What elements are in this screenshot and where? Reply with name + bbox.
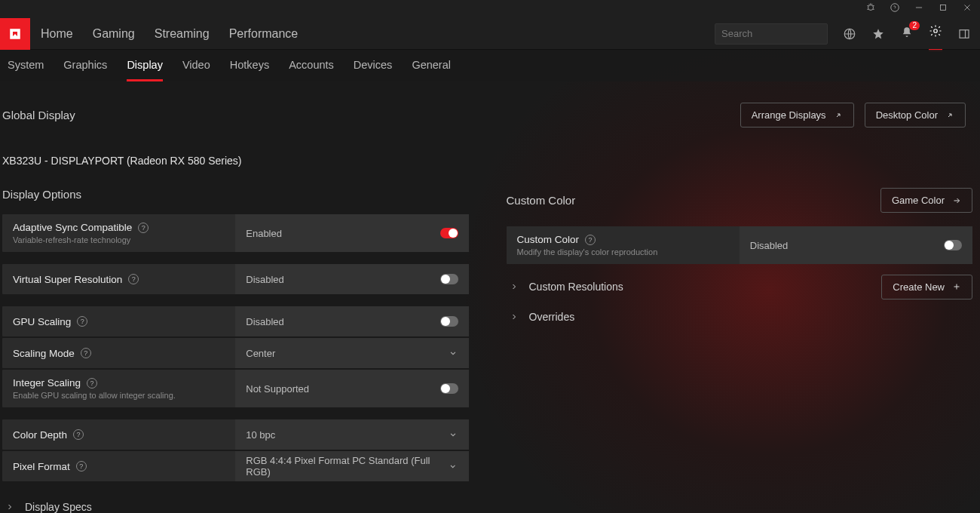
svg-point-1 bbox=[891, 4, 899, 12]
page-title: Global Display bbox=[2, 109, 75, 121]
tab-hotkeys[interactable]: Hotkeys bbox=[230, 59, 269, 72]
close-button[interactable] bbox=[962, 2, 972, 16]
arrange-displays-button[interactable]: Arrange Displays bbox=[740, 103, 854, 127]
row-adaptive-sync: Adaptive Sync Compatible? Variable-refre… bbox=[2, 214, 469, 252]
chevron-down-icon bbox=[448, 461, 458, 472]
star-icon[interactable] bbox=[871, 27, 885, 41]
settings-tabs: System Graphics Display Video Hotkeys Ac… bbox=[0, 50, 980, 81]
gear-icon bbox=[929, 24, 942, 38]
tab-devices[interactable]: Devices bbox=[354, 59, 393, 72]
bug-icon[interactable] bbox=[865, 2, 876, 16]
svg-rect-6 bbox=[960, 29, 969, 38]
sidebar-toggle-icon[interactable] bbox=[957, 27, 971, 41]
overrides-expander[interactable]: Overrides bbox=[507, 302, 973, 332]
tab-display[interactable]: Display bbox=[127, 59, 163, 72]
help-icon[interactable]: ? bbox=[81, 348, 91, 358]
chevron-right-icon bbox=[510, 282, 519, 291]
amd-logo[interactable] bbox=[0, 18, 30, 50]
create-new-button[interactable]: Create New bbox=[881, 275, 972, 300]
help-icon[interactable]: ? bbox=[128, 274, 139, 284]
settings-button[interactable] bbox=[929, 24, 942, 44]
integer-scaling-toggle[interactable] bbox=[440, 383, 458, 394]
help-icon[interactable]: ? bbox=[87, 378, 97, 389]
nav-performance[interactable]: Performance bbox=[229, 27, 299, 41]
custom-color-title: Custom Color bbox=[507, 194, 576, 207]
notification-badge: 2 bbox=[909, 21, 920, 30]
game-color-button[interactable]: Game Color bbox=[880, 188, 972, 213]
notifications-button[interactable]: 2 bbox=[900, 26, 914, 42]
external-icon bbox=[834, 111, 843, 120]
custom-color-toggle[interactable] bbox=[944, 240, 962, 250]
desktop-color-button[interactable]: Desktop Color bbox=[865, 103, 966, 127]
display-specs-expander[interactable]: Display Specs bbox=[2, 492, 469, 513]
nav-gaming[interactable]: Gaming bbox=[93, 27, 135, 41]
tab-system[interactable]: System bbox=[8, 59, 44, 72]
help-icon[interactable]: ? bbox=[138, 223, 149, 233]
arrow-right-icon bbox=[952, 196, 961, 205]
tab-video[interactable]: Video bbox=[182, 59, 210, 72]
row-gpu-scaling: GPU Scaling? Disabled bbox=[2, 306, 469, 336]
gpu-scaling-toggle[interactable] bbox=[440, 316, 458, 327]
svg-point-5 bbox=[934, 29, 938, 32]
tab-graphics[interactable]: Graphics bbox=[63, 59, 107, 72]
tab-general[interactable]: General bbox=[412, 59, 451, 72]
plus-icon bbox=[952, 282, 961, 291]
row-pixel-format[interactable]: Pixel Format? RGB 4:4:4 Pixel Format PC … bbox=[2, 451, 469, 481]
search-input[interactable] bbox=[721, 28, 848, 39]
row-color-depth[interactable]: Color Depth? 10 bpc bbox=[2, 419, 469, 450]
svg-rect-2 bbox=[941, 5, 946, 11]
tab-accounts[interactable]: Accounts bbox=[289, 59, 334, 72]
nav-home[interactable]: Home bbox=[41, 27, 73, 41]
external-icon bbox=[945, 111, 954, 120]
chevron-down-icon bbox=[448, 429, 458, 440]
vsr-toggle[interactable] bbox=[440, 274, 458, 284]
display-device-label: XB323U - DISPLAYPORT (Radeon RX 580 Seri… bbox=[2, 155, 972, 167]
row-custom-color: Custom Color? Modify the display's color… bbox=[507, 226, 973, 264]
search-box[interactable] bbox=[715, 23, 828, 45]
help-icon[interactable]: ? bbox=[77, 316, 87, 327]
titlebar bbox=[0, 0, 980, 18]
row-integer-scaling: Integer Scaling? Enable GPU scaling to a… bbox=[2, 370, 469, 407]
chevron-down-icon bbox=[448, 348, 458, 358]
custom-resolutions-expander[interactable]: Custom Resolutions bbox=[507, 272, 626, 302]
row-vsr: Virtual Super Resolution? Disabled bbox=[2, 264, 469, 294]
display-options-title: Display Options bbox=[2, 188, 81, 201]
maximize-button[interactable] bbox=[938, 2, 948, 16]
globe-icon[interactable] bbox=[843, 27, 856, 41]
custom-color-column: Custom Color Game Color Custom Color? Mo… bbox=[507, 188, 973, 513]
help-icon[interactable] bbox=[890, 2, 900, 16]
nav-streaming[interactable]: Streaming bbox=[155, 27, 210, 41]
content: Global Display Arrange Displays Desktop … bbox=[0, 81, 980, 513]
chevron-right-icon bbox=[510, 312, 519, 321]
adaptive-sync-toggle[interactable] bbox=[440, 228, 458, 238]
display-options-column: Display Options Adaptive Sync Compatible… bbox=[2, 188, 469, 513]
row-scaling-mode[interactable]: Scaling Mode? Center bbox=[2, 338, 469, 368]
svg-point-0 bbox=[868, 5, 874, 11]
minimize-button[interactable] bbox=[914, 2, 924, 16]
top-nav: Home Gaming Streaming Performance 2 bbox=[0, 18, 980, 50]
help-icon[interactable]: ? bbox=[73, 429, 84, 440]
help-icon[interactable]: ? bbox=[585, 235, 596, 245]
chevron-right-icon bbox=[5, 502, 14, 511]
help-icon[interactable]: ? bbox=[76, 461, 87, 472]
